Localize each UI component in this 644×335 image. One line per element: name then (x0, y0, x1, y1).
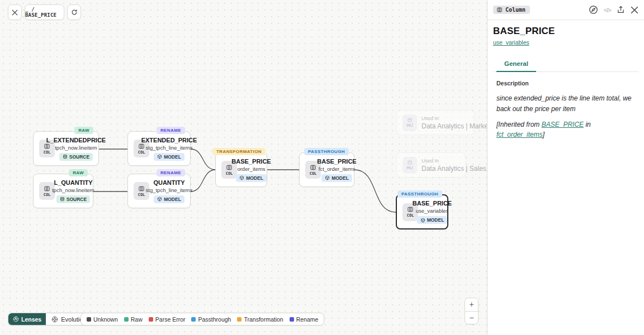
model-badge: MODEL (154, 153, 184, 161)
tab-general[interactable]: General (496, 57, 536, 72)
close-lineage-button[interactable] (8, 4, 22, 20)
share-icon[interactable] (617, 6, 625, 14)
edge-type-badge: RAW (74, 127, 93, 134)
edge-type-legend: Unknown Raw Parse Error Passthrough Tran… (80, 313, 324, 326)
legend-item-raw: Raw (124, 316, 143, 323)
entity-type-badge: Column (493, 6, 530, 14)
lens-aperture-icon (13, 316, 19, 322)
raw-swatch (124, 317, 129, 322)
close-panel-icon[interactable] (631, 6, 638, 14)
passthrough-swatch (191, 317, 196, 322)
node-subtitle: tpch_now.lineitem (55, 145, 97, 151)
node-extended-price[interactable]: RENAME COL EXTENDED_PRICE stg_tpch_line_… (127, 131, 191, 166)
rename-swatch (290, 317, 294, 322)
breadcrumb[interactable]: _ / BASE_PRICE (25, 4, 64, 20)
description-section: Description since extended_price is the … (493, 72, 638, 140)
node-title: L_QUANTITY (54, 179, 92, 186)
model-badge: MODEL (154, 195, 184, 203)
panel-header: Column </> (487, 0, 644, 20)
transformation-swatch (237, 317, 242, 322)
panel-tabs: General (493, 57, 638, 72)
node-subtitle: fct_order_items (319, 166, 355, 172)
node-l-quantity[interactable]: RAW COL L_QUANTITY tpch_now.lineitem SOU… (33, 174, 93, 208)
legend-item-transformation: Transformation (237, 316, 283, 323)
project-icon: PRJ (402, 157, 417, 174)
lineage-app: _ / BASE_PRICE PRJ Used In Data Analytic… (0, 0, 644, 335)
model-badge: MODEL (321, 174, 352, 182)
unknown-swatch (87, 317, 91, 322)
evolution-icon (51, 316, 58, 323)
model-badge: MODEL (236, 174, 267, 182)
parse-error-swatch (149, 317, 153, 322)
node-title: BASE_PRICE (317, 158, 356, 165)
lineage-canvas[interactable]: _ / BASE_PRICE PRJ Used In Data Analytic… (0, 0, 487, 335)
refresh-icon (71, 9, 78, 16)
node-subtitle: stg_tpch_line_items (146, 187, 193, 193)
close-icon (12, 9, 18, 16)
source-badge: SOURCE (59, 153, 93, 161)
edge-type-badge: RENAME (157, 169, 185, 176)
node-quantity[interactable]: RENAME COL QUANTITY stg_tpch_line_items … (127, 174, 191, 208)
node-l-extendedprice[interactable]: RAW COL L_EXTENDEDPRICE tpch_now.lineite… (33, 131, 99, 166)
legend-item-passthrough: Passthrough (191, 316, 231, 323)
node-subtitle: stg_tpch_line_items (146, 145, 193, 151)
project-icon: PRJ (402, 114, 417, 131)
node-title: EXTENDED_PRICE (141, 137, 197, 143)
used-in-label: Used In (422, 158, 486, 164)
node-base-price-use-variables[interactable]: PASSTHROUGH COL BASE_PRICE use_variables… (396, 194, 448, 229)
used-in-card-marketing[interactable]: PRJ Used In Data Analytics | Marketing (396, 110, 475, 135)
inherited-note: [Inherited from BASE_PRICE in fct_order_… (496, 119, 635, 140)
refresh-button[interactable] (67, 4, 81, 20)
node-title: BASE_PRICE (413, 200, 452, 207)
model-badge: MODEL (417, 216, 448, 224)
legend-item-rename: Rename (290, 316, 319, 323)
edge-type-badge: TRANSFORMATION (212, 148, 266, 155)
edge-type-badge: PASSTHROUGH (304, 148, 349, 155)
zoom-in-button[interactable]: + (465, 298, 478, 312)
source-badge: SOURCE (56, 195, 90, 203)
edge-type-badge: RENAME (157, 127, 185, 134)
panel-title: BASE_PRICE (493, 26, 638, 37)
model-link[interactable]: use_variables (493, 39, 529, 46)
used-in-card-sales[interactable]: PRJ Used In Data Analytics | Sales (396, 152, 466, 178)
edge-type-badge: RAW (69, 169, 88, 176)
node-subtitle: use_variables (416, 208, 449, 214)
legend-item-parse-error: Parse Error (149, 316, 186, 323)
zoom-out-button[interactable]: − (465, 312, 478, 324)
used-in-value: Data Analytics | Sales (422, 165, 486, 173)
details-panel: Column </> BASE_PRICE use_variables Gene… (487, 0, 644, 335)
legend-item-unknown: Unknown (87, 316, 118, 323)
node-base-price-order-items[interactable]: TRANSFORMATION COL BASE_PRICE order_item… (215, 152, 267, 187)
node-title: QUANTITY (153, 179, 184, 186)
edge-type-badge: PASSTHROUGH (397, 190, 442, 198)
node-title: BASE_PRICE (231, 158, 271, 165)
node-subtitle: tpch_now.lineitem (52, 187, 94, 193)
inherited-column-link[interactable]: BASE_PRICE (542, 121, 584, 128)
node-base-price-fct-order-items[interactable]: PASSTHROUGH COL BASE_PRICE fct_order_ite… (299, 152, 354, 187)
compass-icon[interactable] (589, 5, 598, 15)
node-title: L_EXTENDEDPRICE (46, 137, 106, 143)
lenses-button[interactable]: Lenses (8, 313, 46, 325)
node-subtitle: order_items (237, 166, 265, 172)
description-label: Description (496, 80, 635, 87)
code-icon[interactable]: </> (604, 7, 611, 13)
column-icon (496, 7, 503, 13)
zoom-controls: + − (465, 298, 479, 324)
description-text: since extended_price is the line item to… (496, 93, 635, 114)
inherited-model-link[interactable]: fct_order_items (496, 131, 543, 138)
